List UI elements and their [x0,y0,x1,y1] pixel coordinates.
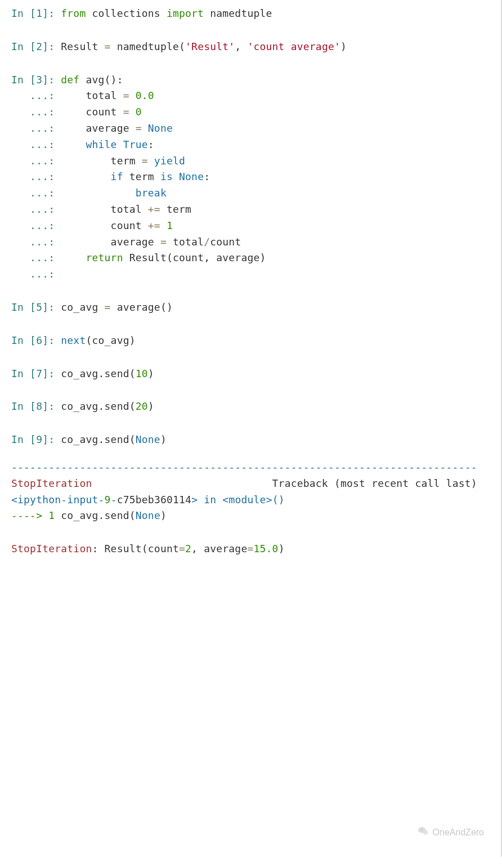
code-line: ...: total += term [11,202,501,218]
keyword-import: import [167,7,204,19]
code-line: ...: term = yield [11,153,501,169]
string-literal: 'count average' [247,41,340,52]
prompt-in: In [2]: [11,41,61,52]
prompt-cont: ...: [11,138,61,150]
code-line: ...: if term is None: [11,169,501,185]
keyword-while: while [86,138,116,150]
prompt-cont: ...: [11,220,61,231]
exception-name: StopIteration [11,477,92,489]
watermark: OneAndZero [418,825,484,840]
prompt-cont: ...: [11,90,61,101]
code-line: ...: average = None [11,120,501,137]
code-line: ...: total = 0.0 [11,88,501,104]
identifier: namedtuple [204,7,272,19]
code-line: ...: count = 0 [11,104,501,120]
code-line: ...: while True: [11,137,501,153]
code-line: In [3]: def avg(): [11,72,501,88]
traceback-header: StopIteration Traceback (most recent cal… [11,476,484,492]
string-literal: 'Result' [185,41,235,52]
cell-in-6: In [6]: next(co_avg) [11,333,501,349]
code-line: In [1]: from collections import namedtup… [11,6,501,22]
keyword-break: break [136,187,167,199]
svg-point-1 [423,830,429,835]
prompt-cont: ...: [11,171,61,182]
prompt-cont: ...: [11,236,61,248]
keyword-if: if [111,171,123,182]
prompt-cont: ...: [11,252,61,263]
prompt-in: In [3]: [11,74,61,86]
traceback-separator: ----------------------------------------… [11,459,484,476]
cell-in-5: In [5]: co_avg = average() [11,299,501,316]
prompt-in: In [6]: [11,334,61,346]
code-line: ...: return Result(count, average) [11,250,501,266]
prompt-in: In [9]: [11,433,61,445]
code-line: ...: count += 1 [11,218,501,234]
keyword-def: def [61,74,79,86]
code-line: ...: average = total/count [11,234,501,250]
prompt-cont: ...: [11,106,61,118]
cell-in-7: In [7]: co_avg.send(10) [11,366,501,382]
prompt-cont: ...: [11,155,61,167]
watermark-text: OneAndZero [432,825,484,840]
prompt-cont: ...: [11,122,61,134]
cell-in-3: In [3]: def avg(): ...: total = 0.0 ...:… [11,72,501,283]
module-name: collections [86,7,166,19]
traceback-result: StopIteration: Result(count=2, average=1… [11,541,501,557]
keyword-return: return [86,252,123,263]
keyword-from: from [61,7,86,19]
exception-name: StopIteration [11,543,92,554]
code-line: In [9]: co_avg.send(None) [11,432,501,448]
prompt-in: In [5]: [11,301,61,313]
code-line: ...: [11,266,501,283]
code-session: In [1]: from collections import namedtup… [0,0,502,857]
cell-in-2: In [2]: Result = namedtuple('Result', 'c… [11,39,501,55]
wechat-icon [418,825,429,840]
cell-in-1: In [1]: from collections import namedtup… [11,6,501,22]
keyword-yield: yield [148,155,185,167]
code-line: In [5]: co_avg = average() [11,299,501,316]
prompt-in: In [1]: [11,7,61,19]
code-line: In [7]: co_avg.send(10) [11,366,501,382]
prompt-cont: ...: [11,187,61,199]
builtin-next: next [61,334,86,346]
code-line: ...: break [11,185,501,202]
code-line: In [2]: Result = namedtuple('Result', 'c… [11,39,501,55]
keyword-is: is [160,171,173,182]
prompt-in: In [7]: [11,368,61,379]
traceback-block: ----------------------------------------… [11,459,501,524]
traceback-arrow-line: ----> 1 co_avg.send(None) [11,508,484,524]
cell-in-8: In [8]: co_avg.send(20) [11,399,501,415]
code-line: In [6]: next(co_avg) [11,333,501,349]
prompt-cont: ...: [11,268,61,280]
prompt-cont: ...: [11,203,61,215]
arrow-icon: ----> [11,509,48,521]
exception-result: StopIteration: Result(count=2, average=1… [11,541,484,557]
code-line: In [8]: co_avg.send(20) [11,399,501,415]
cell-in-9: In [9]: co_avg.send(None) [11,432,501,448]
traceback-frame: <ipython-input-9-c75beb360114> in <modul… [11,492,484,508]
prompt-in: In [8]: [11,400,61,412]
